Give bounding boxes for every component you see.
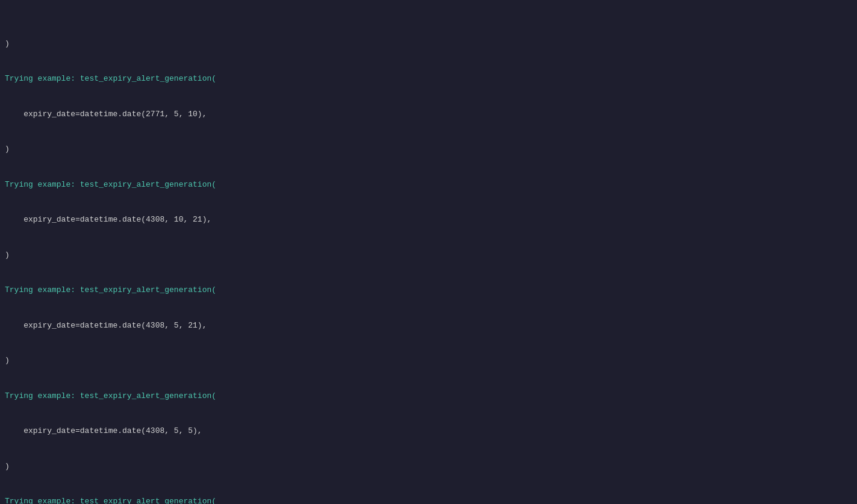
line-expiry-3: expiry_date=datetime.date(4308, 5, 21), [5, 320, 852, 332]
line-close-1: ) [5, 143, 852, 155]
line-close-3: ) [5, 355, 852, 367]
line-expiry-1: expiry_date=datetime.date(2771, 5, 10), [5, 108, 852, 120]
line-trying-4: Trying example: test_expiry_alert_genera… [5, 390, 852, 402]
line-trying-1: Trying example: test_expiry_alert_genera… [5, 73, 852, 85]
terminal-window: ) Trying example: test_expiry_alert_gene… [0, 0, 857, 504]
line-trying-3: Trying example: test_expiry_alert_genera… [5, 284, 852, 296]
line-trying-2: Trying example: test_expiry_alert_genera… [5, 179, 852, 191]
line-close-4: ) [5, 461, 852, 473]
line-close-2: ) [5, 249, 852, 261]
output-area: ) Trying example: test_expiry_alert_gene… [0, 0, 857, 504]
line-expiry-2: expiry_date=datetime.date(4308, 10, 21), [5, 214, 852, 226]
line-expiry-4: expiry_date=datetime.date(4308, 5, 5), [5, 425, 852, 437]
line-trying-5: Trying example: test_expiry_alert_genera… [5, 496, 852, 504]
line-close-paren-1: ) [5, 38, 852, 50]
